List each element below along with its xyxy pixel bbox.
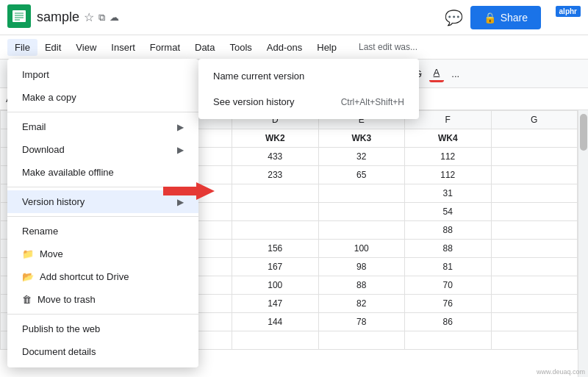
cell-d3[interactable]: 233 bbox=[232, 166, 319, 184]
cell-d8[interactable]: 167 bbox=[232, 258, 319, 276]
cell-e4[interactable] bbox=[318, 184, 405, 203]
rename-label: Rename bbox=[22, 226, 58, 237]
svg-rect-4 bbox=[15, 17, 24, 18]
cell-f3[interactable]: 112 bbox=[405, 166, 492, 184]
cell-g1[interactable] bbox=[491, 129, 578, 148]
sep-1 bbox=[7, 112, 198, 112]
cell-e11[interactable]: 78 bbox=[318, 313, 405, 331]
cell-e7[interactable]: 100 bbox=[318, 240, 405, 258]
name-current-version[interactable]: Name current version bbox=[198, 63, 419, 89]
cell-d10[interactable]: 147 bbox=[232, 295, 319, 313]
move-left: 📁 Move bbox=[22, 248, 63, 259]
cell-g2[interactable] bbox=[491, 148, 578, 166]
cell-g12[interactable] bbox=[491, 331, 578, 350]
cell-f9[interactable]: 70 bbox=[405, 276, 492, 295]
cell-f12[interactable] bbox=[405, 331, 492, 350]
cloud-icon[interactable]: ☁ bbox=[110, 12, 119, 23]
menu-insert[interactable]: Insert bbox=[104, 39, 143, 56]
alphr-badge: alphr bbox=[556, 6, 581, 17]
cell-f7[interactable]: 88 bbox=[405, 240, 492, 258]
title-icons: ☆ ⧉ ☁ bbox=[84, 10, 119, 24]
cell-e2[interactable]: 32 bbox=[318, 148, 405, 166]
menu-file[interactable]: File bbox=[7, 39, 37, 56]
menu-publish[interactable]: Publish to the web bbox=[7, 317, 198, 340]
cell-e5[interactable] bbox=[318, 203, 405, 221]
menu-move[interactable]: 📁 Move bbox=[7, 243, 198, 265]
menu-data[interactable]: Data bbox=[187, 39, 222, 56]
menu-tools[interactable]: Tools bbox=[222, 39, 259, 56]
trash-icon: 🗑 bbox=[22, 294, 32, 305]
cell-d12[interactable] bbox=[232, 331, 319, 350]
see-version-history[interactable]: See version history Ctrl+Alt+Shift+H bbox=[198, 89, 419, 115]
menu-make-copy[interactable]: Make a copy bbox=[7, 86, 198, 109]
cell-g9[interactable] bbox=[491, 276, 578, 295]
cell-f1[interactable]: WK4 bbox=[405, 129, 492, 148]
name-version-label: Name current version bbox=[213, 71, 304, 82]
cell-d9[interactable]: 100 bbox=[232, 276, 319, 295]
svg-rect-2 bbox=[15, 12, 24, 14]
cell-f10[interactable]: 76 bbox=[405, 295, 492, 313]
menu-view[interactable]: View bbox=[68, 39, 104, 56]
trash-left: 🗑 Move to trash bbox=[22, 294, 96, 305]
menu-doc-details[interactable]: Document details bbox=[7, 340, 198, 363]
menu-bar: File Edit View Insert Format Data Tools … bbox=[0, 35, 588, 59]
cell-d7[interactable]: 156 bbox=[232, 240, 319, 258]
import-label: Import bbox=[22, 69, 49, 80]
menu-rename[interactable]: Rename bbox=[7, 220, 198, 243]
cell-g3[interactable] bbox=[491, 166, 578, 184]
cell-d4[interactable] bbox=[232, 184, 319, 203]
cell-d1[interactable]: WK2 bbox=[232, 129, 319, 148]
cell-e1[interactable]: WK3 bbox=[318, 129, 405, 148]
cell-d2[interactable]: 433 bbox=[232, 148, 319, 166]
cell-g10[interactable] bbox=[491, 295, 578, 313]
link-icon[interactable]: ⧉ bbox=[98, 12, 105, 24]
publish-label: Publish to the web bbox=[22, 323, 100, 334]
sep-4 bbox=[7, 314, 198, 315]
font-color-button[interactable]: A bbox=[429, 65, 445, 82]
cell-f6[interactable]: 88 bbox=[405, 221, 492, 240]
cell-g5[interactable] bbox=[491, 203, 578, 221]
cell-f2[interactable]: 112 bbox=[405, 148, 492, 166]
cell-f4[interactable]: 31 bbox=[405, 184, 492, 203]
cell-g8[interactable] bbox=[491, 258, 578, 276]
cell-g6[interactable] bbox=[491, 221, 578, 240]
cell-e8[interactable]: 98 bbox=[318, 258, 405, 276]
cell-d11[interactable]: 144 bbox=[232, 313, 319, 331]
menu-help[interactable]: Help bbox=[309, 39, 344, 56]
menu-import[interactable]: Import bbox=[7, 63, 198, 86]
cell-e12[interactable] bbox=[318, 331, 405, 350]
star-icon[interactable]: ☆ bbox=[84, 10, 94, 24]
menu-download[interactable]: Download ▶ bbox=[7, 138, 198, 161]
sheets-logo bbox=[7, 4, 31, 30]
add-shortcut-label: Add shortcut to Drive bbox=[40, 271, 129, 282]
cell-g4[interactable] bbox=[491, 184, 578, 203]
share-label: Share bbox=[501, 12, 528, 24]
cell-g7[interactable] bbox=[491, 240, 578, 258]
doc-title[interactable]: sample bbox=[37, 10, 79, 25]
comment-icon[interactable]: 💬 bbox=[445, 9, 463, 26]
menu-addons[interactable]: Add-ons bbox=[259, 39, 309, 56]
file-menu: Import Make a copy Email ▶ Download ▶ Ma… bbox=[7, 59, 198, 367]
menu-move-trash[interactable]: 🗑 Move to trash bbox=[7, 288, 198, 311]
watermark: www.deuaq.com bbox=[537, 368, 585, 376]
scroll-thumb[interactable] bbox=[580, 114, 587, 151]
cell-e9[interactable]: 88 bbox=[318, 276, 405, 295]
scrollbar-right[interactable] bbox=[578, 110, 588, 377]
menu-format[interactable]: Format bbox=[143, 39, 187, 56]
lock-icon: 🔒 bbox=[484, 12, 496, 24]
cell-d6[interactable] bbox=[232, 221, 319, 240]
share-button[interactable]: 🔒 Share bbox=[470, 6, 541, 29]
menu-edit[interactable]: Edit bbox=[37, 39, 68, 56]
cell-g11[interactable] bbox=[491, 313, 578, 331]
cell-e10[interactable]: 82 bbox=[318, 295, 405, 313]
see-history-label: See version history bbox=[213, 96, 295, 107]
cell-e3[interactable]: 65 bbox=[318, 166, 405, 184]
cell-f11[interactable]: 86 bbox=[405, 313, 492, 331]
cell-e6[interactable] bbox=[318, 221, 405, 240]
cell-f8[interactable]: 81 bbox=[405, 258, 492, 276]
cell-f5[interactable]: 54 bbox=[405, 203, 492, 221]
menu-add-shortcut[interactable]: 📂 Add shortcut to Drive bbox=[7, 265, 198, 288]
menu-email[interactable]: Email ▶ bbox=[7, 115, 198, 138]
more-options-button[interactable]: ... bbox=[447, 66, 464, 82]
cell-d5[interactable] bbox=[232, 203, 319, 221]
